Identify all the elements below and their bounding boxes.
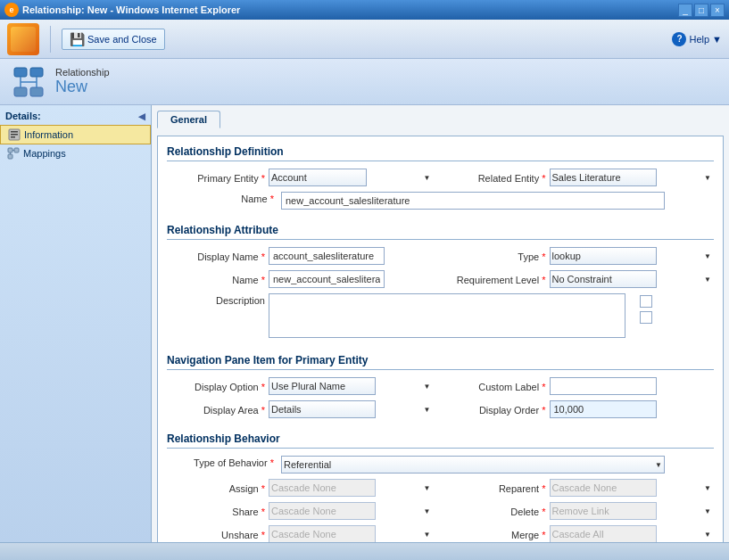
primary-required: * <box>261 173 265 184</box>
merge-select[interactable]: Cascade All <box>550 525 657 543</box>
help-icon: ? <box>672 32 686 46</box>
display-name-group: Display Name * <box>167 247 434 265</box>
save-icon: 💾 <box>70 32 85 46</box>
related-entity-field[interactable]: Sales Literature <box>550 169 715 186</box>
relationship-name-field <box>281 192 714 210</box>
unshare-merge-row: Unshare * Cascade None Merge * <box>167 525 714 543</box>
merge-group: Merge * Cascade All <box>448 525 715 543</box>
attr-name-input[interactable] <box>269 270 385 288</box>
svg-rect-10 <box>11 136 15 138</box>
share-select[interactable]: Cascade None <box>269 502 376 520</box>
desc-checkbox-1[interactable] <box>640 295 652 308</box>
display-option-row: Display Option * Use Plural Name Custom … <box>167 377 714 395</box>
relationship-name-input[interactable] <box>281 192 665 210</box>
type-label: Type * <box>448 250 546 262</box>
unshare-select[interactable]: Cascade None <box>269 525 376 543</box>
sidebar-item-information[interactable]: Information <box>0 125 151 144</box>
type-group: Type * lookup <box>448 247 715 265</box>
svg-rect-8 <box>11 131 18 133</box>
primary-entity-field[interactable]: Account <box>269 169 434 186</box>
type-of-behavior-select[interactable]: Referential <box>281 456 665 474</box>
reparent-select[interactable]: Cascade None <box>550 479 657 497</box>
display-option-group: Display Option * Use Plural Name <box>167 377 434 395</box>
type-field[interactable]: lookup <box>550 247 715 265</box>
delete-select[interactable]: Remove Link <box>550 502 657 520</box>
related-required: * <box>542 173 545 184</box>
attr-name-field <box>269 270 434 288</box>
record-title: New <box>55 78 110 96</box>
description-group: Description <box>167 293 625 340</box>
display-order-input[interactable] <box>550 400 657 418</box>
requirement-label: Requirement Level * <box>448 273 546 285</box>
toolbar-separator <box>50 26 51 53</box>
assign-label: Assign * <box>167 482 265 494</box>
custom-label-input[interactable] <box>550 377 657 395</box>
description-textarea[interactable] <box>269 293 625 338</box>
unshare-group: Unshare * Cascade None <box>167 525 434 543</box>
share-field[interactable]: Cascade None <box>269 502 434 520</box>
related-entity-select[interactable]: Sales Literature <box>550 169 657 186</box>
requirement-field[interactable]: No Constraint <box>550 270 715 288</box>
display-name-type-row: Display Name * Type * <box>167 247 714 265</box>
help-label: Help <box>689 34 709 45</box>
svg-rect-13 <box>8 154 12 159</box>
svg-rect-1 <box>30 68 43 77</box>
desc-checkboxes <box>640 293 714 340</box>
primary-entity-group: Primary Entity * Account <box>167 169 434 186</box>
minimize-button[interactable]: _ <box>678 4 692 17</box>
window-controls[interactable]: _ □ × <box>678 4 725 17</box>
display-option-field[interactable]: Use Plural Name <box>269 377 434 395</box>
desc-checkbox-2[interactable] <box>640 311 652 324</box>
entity-type-label: Relationship <box>55 67 110 78</box>
unshare-field[interactable]: Cascade None <box>269 525 434 543</box>
display-option-select[interactable]: Use Plural Name <box>269 377 376 395</box>
merge-field[interactable]: Cascade All <box>550 525 715 543</box>
description-label: Description <box>167 293 265 306</box>
requirement-select[interactable]: No Constraint <box>550 270 657 288</box>
type-of-behavior-field: Referential <box>281 456 714 474</box>
assign-group: Assign * Cascade None <box>167 479 434 497</box>
display-area-row: Display Area * Details Display Order <box>167 400 714 418</box>
primary-related-row: Primary Entity * Account Related Entity <box>167 169 714 186</box>
svg-rect-11 <box>8 148 12 152</box>
delete-group: Delete * Remove Link <box>448 502 715 520</box>
display-area-select[interactable]: Details <box>269 400 376 418</box>
relationship-icon <box>12 66 45 98</box>
share-group: Share * Cascade None <box>167 502 434 520</box>
details-label: Details: <box>5 111 41 121</box>
display-name-label: Display Name * <box>167 250 265 262</box>
custom-label-label: Custom Label * <box>448 380 546 392</box>
delete-field[interactable]: Remove Link <box>550 502 715 520</box>
reparent-field[interactable]: Cascade None <box>550 479 715 497</box>
type-select[interactable]: lookup <box>550 247 657 265</box>
sidebar-item-mappings[interactable]: Mappings <box>0 144 151 162</box>
display-area-label: Display Area * <box>167 403 265 416</box>
maximize-button[interactable]: □ <box>694 4 708 17</box>
sidebar-collapse-button[interactable]: ◀ <box>138 111 145 121</box>
display-name-field <box>269 247 434 265</box>
save-close-button[interactable]: 💾 Save and Close <box>62 29 165 50</box>
requirement-group: Requirement Level * No Constraint <box>448 270 715 288</box>
sidebar: Details: ◀ Information <box>0 105 152 560</box>
main-layout: Details: ◀ Information <box>0 105 729 560</box>
svg-rect-2 <box>14 87 27 96</box>
close-button[interactable]: × <box>710 4 725 17</box>
display-name-input[interactable] <box>269 247 385 265</box>
header-text: Relationship New <box>55 67 110 96</box>
relationship-definition-section: Relationship Definition Primary Entity *… <box>167 145 714 210</box>
help-button[interactable]: ? Help ▼ <box>672 32 722 46</box>
attr-name-group: Name * <box>167 270 434 288</box>
share-delete-row: Share * Cascade None Delete * <box>167 502 714 520</box>
display-area-field[interactable]: Details <box>269 400 434 418</box>
assign-field[interactable]: Cascade None <box>269 479 434 497</box>
assign-select[interactable]: Cascade None <box>269 479 376 497</box>
attr-name-label: Name * <box>167 273 265 285</box>
share-label: Share * <box>167 505 265 517</box>
sidebar-information-label: Information <box>24 129 73 140</box>
primary-entity-label: Primary Entity * <box>167 171 265 184</box>
tab-general[interactable]: General <box>157 111 220 128</box>
sidebar-mappings-label: Mappings <box>23 148 66 159</box>
tab-general-label: General <box>170 114 207 125</box>
display-option-label: Display Option * <box>167 380 265 392</box>
primary-entity-select[interactable]: Account <box>269 169 367 186</box>
